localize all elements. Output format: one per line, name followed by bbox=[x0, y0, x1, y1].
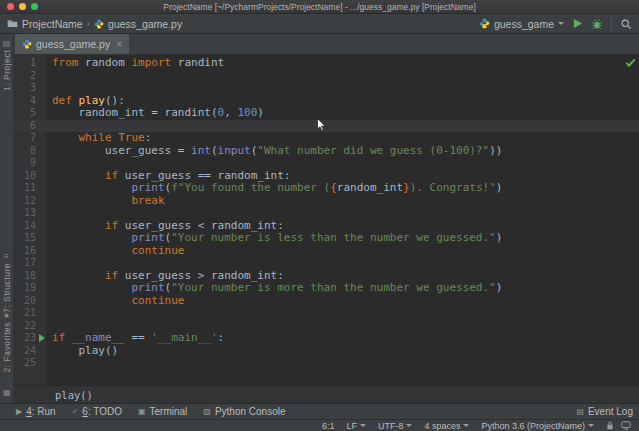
line-number[interactable]: 25 bbox=[14, 357, 46, 370]
chevron-down-icon bbox=[463, 424, 469, 427]
highlighting-level-icon[interactable] bbox=[621, 421, 631, 430]
editor-tab-bar: guess_game.py × bbox=[14, 34, 639, 55]
line-number[interactable]: 9 bbox=[14, 157, 46, 170]
line-number[interactable]: 22 bbox=[14, 320, 46, 333]
favorites-icon: ★ bbox=[3, 312, 10, 320]
line-number[interactable]: 13 bbox=[14, 207, 46, 220]
line-number[interactable]: 16 bbox=[14, 245, 46, 258]
breadcrumb-separator: › bbox=[87, 18, 90, 29]
line-number[interactable]: 3 bbox=[14, 82, 46, 95]
line-number[interactable]: 7 bbox=[14, 132, 46, 145]
tool-stripe-label: Terminal bbox=[150, 406, 188, 417]
line-number[interactable]: 15 bbox=[14, 232, 46, 245]
debug-button[interactable] bbox=[591, 18, 603, 30]
tool-stripe-button-run[interactable]: ▶4: Run bbox=[16, 406, 56, 417]
structure-icon: ≡ bbox=[4, 253, 9, 261]
code-line: from random import randint bbox=[46, 57, 639, 70]
navigation-bar: ProjectName › guess_game.py guess_game bbox=[0, 14, 639, 34]
line-number[interactable]: 20 bbox=[14, 295, 46, 308]
zoom-window-button[interactable] bbox=[31, 3, 38, 10]
project-icon: ▤ bbox=[3, 40, 11, 48]
main-area: ▦ ▤1: Project≡7: Structure★2: Favorites … bbox=[0, 34, 639, 403]
gutter[interactable]: 1234567891011121314151617181920212223242… bbox=[14, 55, 46, 385]
status-widget[interactable]: LF bbox=[346, 421, 366, 431]
line-number[interactable]: 5 bbox=[14, 107, 46, 120]
tool-stripe-button-todo[interactable]: ✓6: TODO bbox=[72, 406, 122, 417]
status-widget[interactable]: 4 spaces bbox=[424, 421, 469, 431]
chevron-down-icon bbox=[360, 424, 366, 427]
tool-stripe-button-event-log[interactable]: ▤Event Log bbox=[576, 406, 633, 417]
status-widget[interactable]: UTF-8 bbox=[378, 421, 413, 431]
folder-icon bbox=[7, 18, 18, 29]
mouse-cursor-icon bbox=[317, 118, 326, 132]
line-number[interactable]: 1 bbox=[14, 57, 46, 70]
left-tool-strip: ▦ ▤1: Project≡7: Structure★2: Favorites bbox=[0, 34, 14, 403]
read-only-lock-icon[interactable] bbox=[606, 421, 614, 430]
line-number[interactable]: 12 bbox=[14, 195, 46, 208]
code-line bbox=[46, 357, 639, 370]
tab-label: guess_game.py bbox=[36, 38, 110, 50]
tool-stripe-label: Event Log bbox=[588, 406, 633, 417]
title-bar: ProjectName [~/PycharmProjects/ProjectNa… bbox=[0, 0, 639, 14]
tool-stripe-button-python-console[interactable]: ▧Python Console bbox=[203, 406, 285, 417]
run-toolbar: guess_game bbox=[479, 18, 632, 30]
code-line: play() bbox=[46, 345, 639, 358]
tool-stripe-label: 4: Run bbox=[26, 406, 55, 417]
bottom-tool-stripe: ▶4: Run✓6: TODO▣Terminal▧Python Console … bbox=[0, 403, 639, 419]
pycharm-window: ProjectName [~/PycharmProjects/ProjectNa… bbox=[0, 0, 639, 431]
line-number[interactable]: 6 bbox=[14, 120, 46, 133]
line-number[interactable]: 24 bbox=[14, 345, 46, 358]
run-configuration-select[interactable]: guess_game bbox=[479, 18, 564, 30]
status-icons bbox=[606, 421, 631, 430]
line-number[interactable]: 21 bbox=[14, 307, 46, 320]
editor[interactable]: 1234567891011121314151617181920212223242… bbox=[14, 55, 639, 385]
tool-stripe-button-terminal[interactable]: ▣Terminal bbox=[138, 406, 187, 417]
code-line bbox=[46, 70, 639, 83]
python-console-icon: ▧ bbox=[203, 408, 211, 416]
code-line: continue bbox=[46, 295, 639, 308]
breadcrumb: ProjectName › guess_game.py bbox=[7, 18, 182, 30]
breadcrumb-project[interactable]: ProjectName bbox=[22, 18, 83, 30]
tool-window-button-project[interactable]: ▤1: Project bbox=[0, 40, 13, 91]
line-number[interactable]: 14 bbox=[14, 220, 46, 233]
breadcrumb-file[interactable]: guess_game.py bbox=[108, 18, 182, 30]
line-number[interactable]: 2 bbox=[14, 70, 46, 83]
tab-guess-game-py[interactable]: guess_game.py × bbox=[15, 34, 129, 54]
chevron-down-icon bbox=[588, 424, 594, 427]
bottom-tool-buttons: ▶4: Run✓6: TODO▣Terminal▧Python Console bbox=[16, 406, 286, 417]
code-line: continue bbox=[46, 245, 639, 258]
breadcrumb-context[interactable]: play() bbox=[55, 389, 93, 401]
event-log-icon: ▤ bbox=[576, 408, 584, 416]
code-line: if __name__ == '__main__': bbox=[46, 332, 639, 345]
close-window-button[interactable] bbox=[7, 3, 14, 10]
tool-window-button-structure[interactable]: ≡7: Structure bbox=[0, 253, 13, 313]
tool-window-switcher-icon[interactable]: ▦ bbox=[3, 388, 11, 397]
line-number[interactable]: 18 bbox=[14, 270, 46, 283]
line-number[interactable]: 10 bbox=[14, 170, 46, 183]
inspection-ok-icon[interactable] bbox=[625, 57, 636, 68]
status-widget[interactable]: Python 3.6 (ProjectName) bbox=[481, 421, 594, 431]
line-number[interactable]: 23 bbox=[14, 332, 46, 345]
python-file-icon bbox=[22, 39, 32, 49]
tool-window-button-favorites[interactable]: ★2: Favorites bbox=[0, 312, 13, 372]
line-number[interactable]: 11 bbox=[14, 182, 46, 195]
line-number[interactable]: 19 bbox=[14, 282, 46, 295]
tool-stripe-label: 6: TODO bbox=[82, 406, 122, 417]
code-line bbox=[46, 82, 639, 95]
tool-window-label: 2: Favorites bbox=[2, 322, 12, 372]
code-line: random_int = randint(0, 100) bbox=[46, 107, 639, 120]
run-button[interactable] bbox=[572, 18, 583, 29]
tool-window-label: 7: Structure bbox=[2, 263, 12, 313]
line-number[interactable]: 8 bbox=[14, 145, 46, 158]
line-number[interactable]: 17 bbox=[14, 257, 46, 270]
search-everywhere-icon[interactable] bbox=[620, 18, 632, 30]
minimize-window-button[interactable] bbox=[19, 3, 26, 10]
line-number[interactable]: 4 bbox=[14, 95, 46, 108]
breadcrumbs-bar: play() bbox=[14, 385, 639, 403]
status-bar: 6:1LFUTF-84 spacesPython 3.6 (ProjectNam… bbox=[0, 419, 639, 431]
close-tab-icon[interactable]: × bbox=[116, 39, 122, 50]
code-area[interactable]: from random import randintdef play(): ra… bbox=[46, 55, 639, 385]
status-widget[interactable]: 6:1 bbox=[322, 421, 335, 431]
run-line-marker-icon[interactable] bbox=[39, 334, 45, 342]
status-widgets: 6:1LFUTF-84 spacesPython 3.6 (ProjectNam… bbox=[322, 421, 594, 431]
